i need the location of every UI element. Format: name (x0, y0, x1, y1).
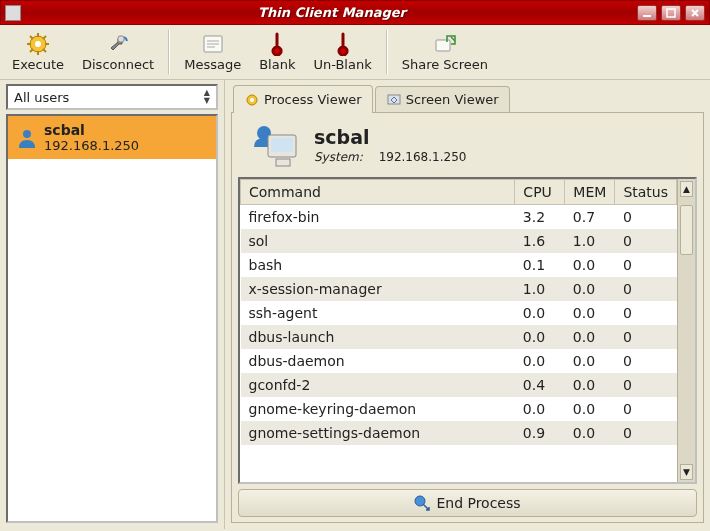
unblank-label: Un-Blank (313, 57, 371, 72)
tab-screen-viewer[interactable]: Screen Viewer (375, 86, 510, 112)
scrollbar-thumb[interactable] (680, 205, 693, 255)
window-title: Thin Client Manager (27, 5, 637, 20)
cell-cpu: 3.2 (515, 205, 565, 230)
execute-button[interactable]: Execute (4, 27, 72, 77)
table-row[interactable]: gnome-keyring-daemon0.00.00 (241, 397, 677, 421)
gear-small-icon (244, 92, 260, 108)
end-process-label: End Process (436, 495, 520, 511)
client-header: scbal System: 192.168.1.250 (232, 113, 703, 177)
user-list: scbal 192.168.1.250 (6, 114, 218, 523)
cell-command: gconfd-2 (241, 373, 515, 397)
cell-status: 0 (615, 277, 677, 301)
client-computer-icon (246, 121, 302, 169)
col-header-mem[interactable]: MEM (565, 180, 615, 205)
table-row[interactable]: gnome-settings-daemon0.90.00 (241, 421, 677, 445)
cell-status: 0 (615, 301, 677, 325)
cell-cpu: 0.0 (515, 349, 565, 373)
col-header-cpu[interactable]: CPU (515, 180, 565, 205)
message-button[interactable]: Message (176, 27, 249, 77)
cell-command: gnome-keyring-daemon (241, 397, 515, 421)
svg-line-8 (30, 36, 33, 39)
svg-point-18 (340, 49, 345, 54)
cell-status: 0 (615, 205, 677, 230)
table-row[interactable]: x-session-manager1.00.00 (241, 277, 677, 301)
window-minimize-button[interactable] (637, 5, 657, 21)
cell-status: 0 (615, 253, 677, 277)
svg-rect-27 (276, 159, 290, 166)
cell-cpu: 0.0 (515, 397, 565, 421)
table-row[interactable]: sol1.61.00 (241, 229, 677, 253)
execute-label: Execute (12, 57, 64, 72)
cell-status: 0 (615, 325, 677, 349)
window-maximize-button[interactable] (661, 5, 681, 21)
cell-status: 0 (615, 373, 677, 397)
cell-command: gnome-settings-daemon (241, 421, 515, 445)
system-label: System: (314, 150, 363, 164)
svg-rect-0 (643, 15, 651, 17)
vertical-scrollbar[interactable]: ▲ ▼ (677, 179, 695, 482)
share-label: Share Screen (402, 57, 488, 72)
cell-status: 0 (615, 229, 677, 253)
svg-rect-12 (118, 36, 124, 42)
dropdown-arrows-icon: ▲▼ (204, 89, 210, 105)
system-ip: 192.168.1.250 (379, 150, 467, 164)
user-filter-value: All users (14, 90, 204, 105)
user-ip: 192.168.1.250 (44, 138, 139, 153)
scroll-down-icon[interactable]: ▼ (680, 464, 693, 480)
screen-icon (386, 92, 402, 108)
cell-mem: 0.0 (565, 373, 615, 397)
toolbar-separator (168, 30, 170, 74)
table-row[interactable]: dbus-daemon0.00.00 (241, 349, 677, 373)
cell-command: dbus-daemon (241, 349, 515, 373)
cell-status: 0 (615, 349, 677, 373)
process-table-container: Command CPU MEM Status firefox-bin3.20.7… (238, 177, 697, 484)
toolbar-separator (386, 30, 388, 74)
app-icon (5, 5, 21, 21)
cell-command: x-session-manager (241, 277, 515, 301)
window-close-button[interactable] (685, 5, 705, 21)
unblank-icon (331, 32, 355, 56)
cell-cpu: 0.4 (515, 373, 565, 397)
blank-button[interactable]: Blank (251, 27, 303, 77)
scroll-up-icon[interactable]: ▲ (680, 181, 693, 197)
col-header-status[interactable]: Status (615, 180, 677, 205)
table-row[interactable]: firefox-bin3.20.70 (241, 205, 677, 230)
tab-process-label: Process Viewer (264, 92, 362, 107)
left-sidebar: All users ▲▼ scbal 192.168.1.250 (0, 80, 225, 529)
cell-status: 0 (615, 421, 677, 445)
svg-rect-26 (271, 138, 293, 152)
blank-icon (265, 32, 289, 56)
user-list-item[interactable]: scbal 192.168.1.250 (8, 116, 216, 159)
cell-mem: 0.0 (565, 397, 615, 421)
cell-mem: 0.0 (565, 301, 615, 325)
cell-command: ssh-agent (241, 301, 515, 325)
table-row[interactable]: gconfd-20.40.00 (241, 373, 677, 397)
message-icon (201, 32, 225, 56)
share-screen-button[interactable]: Share Screen (394, 27, 496, 77)
col-header-command[interactable]: Command (241, 180, 515, 205)
cell-cpu: 0.1 (515, 253, 565, 277)
disconnect-icon (106, 32, 130, 56)
main-pane: Process Viewer Screen Viewer scbal Syste… (225, 80, 710, 529)
cell-mem: 0.0 (565, 277, 615, 301)
share-icon (433, 32, 457, 56)
cell-command: sol (241, 229, 515, 253)
cell-mem: 0.0 (565, 421, 615, 445)
process-viewer-panel: scbal System: 192.168.1.250 Command CPU (231, 112, 704, 523)
unblank-button[interactable]: Un-Blank (305, 27, 379, 77)
cell-cpu: 0.0 (515, 301, 565, 325)
tab-process-viewer[interactable]: Process Viewer (233, 85, 373, 113)
cell-cpu: 1.0 (515, 277, 565, 301)
table-row[interactable]: ssh-agent0.00.00 (241, 301, 677, 325)
disconnect-label: Disconnect (82, 57, 154, 72)
svg-rect-19 (436, 40, 450, 51)
table-row[interactable]: bash0.10.00 (241, 253, 677, 277)
end-process-button[interactable]: End Process (238, 489, 697, 517)
svg-line-9 (43, 49, 46, 52)
svg-rect-1 (667, 9, 675, 17)
user-filter-dropdown[interactable]: All users ▲▼ (6, 84, 218, 110)
disconnect-button[interactable]: Disconnect (74, 27, 162, 77)
cell-command: firefox-bin (241, 205, 515, 230)
table-row[interactable]: dbus-launch0.00.00 (241, 325, 677, 349)
gear-icon (26, 32, 50, 56)
